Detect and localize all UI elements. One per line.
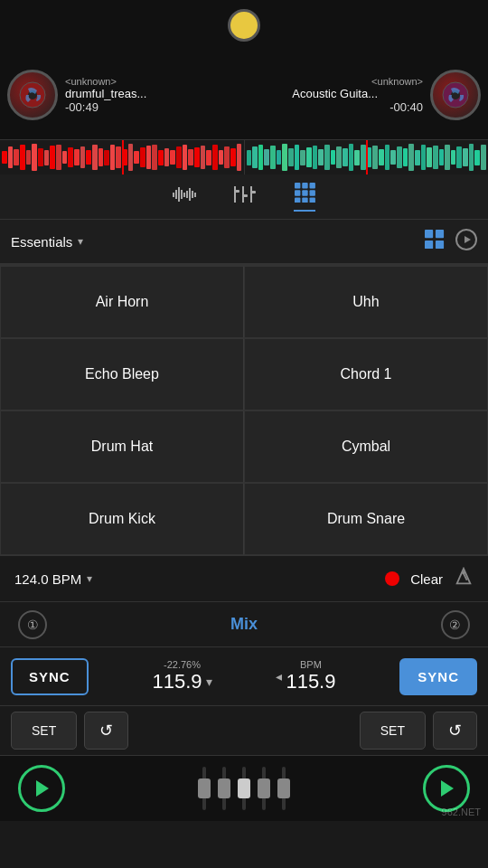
svg-rect-22 — [295, 190, 300, 195]
deck-right: <unknown> Acoustic Guita... -00:40 — [244, 50, 488, 139]
svg-rect-19 — [295, 183, 300, 188]
waveform-row — [0, 140, 488, 175]
deck-1-indicator: ① — [18, 610, 47, 639]
metronome-icon[interactable] — [454, 567, 474, 591]
fader-thumb-4[interactable] — [277, 778, 290, 798]
essentials-arrow-icon: ▾ — [78, 235, 83, 248]
waveform-left-playhead — [122, 140, 124, 175]
svg-rect-14 — [234, 190, 239, 193]
svg-rect-27 — [310, 197, 315, 203]
bpm-left-display: -22.76% 115.9 ▾ — [153, 659, 212, 693]
deck-right-time: -00:40 — [251, 100, 423, 114]
pad-uhh[interactable]: Uhh — [244, 266, 488, 338]
sync-right-button[interactable]: SYNC — [399, 658, 477, 695]
bpm-controls-right: Clear — [385, 567, 474, 591]
deck-right-title: Acoustic Guita... — [251, 87, 378, 100]
center-indicator — [228, 9, 260, 42]
fader-left-2[interactable] — [222, 767, 226, 810]
mix-label: Mix — [230, 615, 258, 634]
fader-thumb-3[interactable] — [258, 778, 270, 798]
svg-rect-10 — [189, 188, 191, 201]
svg-rect-13 — [234, 186, 236, 203]
loop-icon[interactable] — [455, 229, 477, 255]
essentials-icons — [425, 229, 477, 255]
set-left-button[interactable]: SET — [11, 712, 77, 750]
essentials-bar: Essentials ▾ — [0, 220, 488, 265]
deck-left-info: <unknown> drumful_treas... -00:49 — [65, 76, 237, 114]
pad-grid-icon[interactable] — [425, 230, 445, 254]
bottom-controls: 962.NET — [0, 756, 488, 821]
pads-grid: Air Horn Uhh Echo Bleep Chord 1 Drum Hat… — [0, 265, 488, 555]
play-left-button[interactable] — [18, 765, 65, 812]
album-art-right-icon — [442, 81, 469, 108]
pad-drum-kick[interactable]: Drum Kick — [0, 483, 244, 555]
fader-right-2[interactable] — [282, 767, 286, 810]
svg-rect-31 — [436, 240, 444, 248]
pad-drum-hat[interactable]: Drum Hat — [0, 410, 244, 483]
mixer-view-button[interactable] — [234, 184, 258, 210]
play-right-icon — [436, 778, 456, 798]
svg-rect-16 — [242, 194, 248, 197]
play-right-button[interactable] — [423, 765, 470, 812]
waveform-view-button[interactable] — [173, 184, 198, 210]
fader-center[interactable] — [242, 767, 246, 810]
fader-thumb-1[interactable] — [198, 778, 211, 798]
deck-right-album — [430, 70, 481, 120]
svg-rect-5 — [175, 190, 177, 199]
play-left-icon — [32, 778, 52, 798]
fader-right-1[interactable] — [262, 767, 266, 810]
pad-echo-bleep[interactable]: Echo Bleep — [0, 338, 244, 410]
svg-rect-7 — [181, 190, 183, 199]
bpm-bar: 124.0 BPM ▾ Clear — [0, 555, 488, 602]
bpm-right-number: 115.9 — [286, 670, 335, 693]
bpm-left-number: 115.9 — [153, 670, 202, 693]
svg-rect-20 — [302, 183, 307, 188]
bpm-left-arrow-icon: ▾ — [206, 675, 212, 689]
svg-marker-37 — [36, 780, 49, 797]
fader-left-1[interactable] — [202, 767, 206, 810]
svg-rect-25 — [295, 197, 300, 203]
return-left-button[interactable]: ↺ — [84, 712, 128, 750]
pad-chord-1[interactable]: Chord 1 — [244, 338, 488, 410]
svg-rect-28 — [425, 230, 433, 238]
fader-thumb-2[interactable] — [218, 778, 230, 798]
essentials-label-text: Essentials — [11, 234, 72, 250]
svg-rect-9 — [186, 191, 188, 198]
svg-rect-4 — [173, 193, 174, 197]
set-row: SET ↺ SET ↺ — [0, 706, 488, 756]
deck-right-info: <unknown> Acoustic Guita... -00:40 — [251, 76, 423, 114]
bpm-left-percent: -22.76% — [164, 659, 201, 670]
svg-rect-6 — [178, 187, 180, 202]
essentials-dropdown[interactable]: Essentials ▾ — [11, 234, 83, 250]
mix-row: ① Mix ② — [0, 602, 488, 647]
return-right-button[interactable]: ↺ — [433, 712, 477, 750]
deck-left: <unknown> drumful_treas... -00:49 — [0, 50, 244, 139]
svg-rect-21 — [310, 183, 315, 188]
fader-thumb-center[interactable] — [238, 778, 250, 798]
top-header — [0, 0, 488, 50]
svg-marker-38 — [441, 780, 454, 797]
set-left-group: SET ↺ — [11, 712, 240, 750]
deck-left-album — [7, 70, 58, 120]
set-right-group: SET ↺ — [248, 712, 477, 750]
svg-rect-18 — [250, 191, 256, 193]
toolbar — [0, 175, 488, 220]
deck-2-indicator: ② — [441, 610, 470, 639]
svg-marker-34 — [457, 568, 471, 583]
grid-view-button[interactable] — [294, 183, 315, 212]
bpm-value-text: 124.0 BPM — [14, 571, 81, 587]
fader-group — [65, 767, 423, 810]
pad-air-horn[interactable]: Air Horn — [0, 266, 244, 338]
sync-left-button[interactable]: SYNC — [11, 658, 89, 695]
svg-rect-17 — [250, 186, 252, 203]
set-right-button[interactable]: SET — [360, 712, 426, 750]
pad-cymbal[interactable]: Cymbal — [244, 410, 488, 483]
deck-left-title: drumful_treas... — [65, 87, 192, 100]
record-button[interactable] — [385, 571, 399, 586]
clear-button[interactable]: Clear — [410, 571, 443, 587]
bpm-selector[interactable]: 124.0 BPM ▾ — [14, 571, 92, 587]
svg-rect-24 — [310, 190, 315, 195]
bpm-right-arrow-icon: ◂ — [276, 669, 282, 684]
pad-drum-snare[interactable]: Drum Snare — [244, 483, 488, 555]
svg-rect-30 — [425, 240, 433, 248]
